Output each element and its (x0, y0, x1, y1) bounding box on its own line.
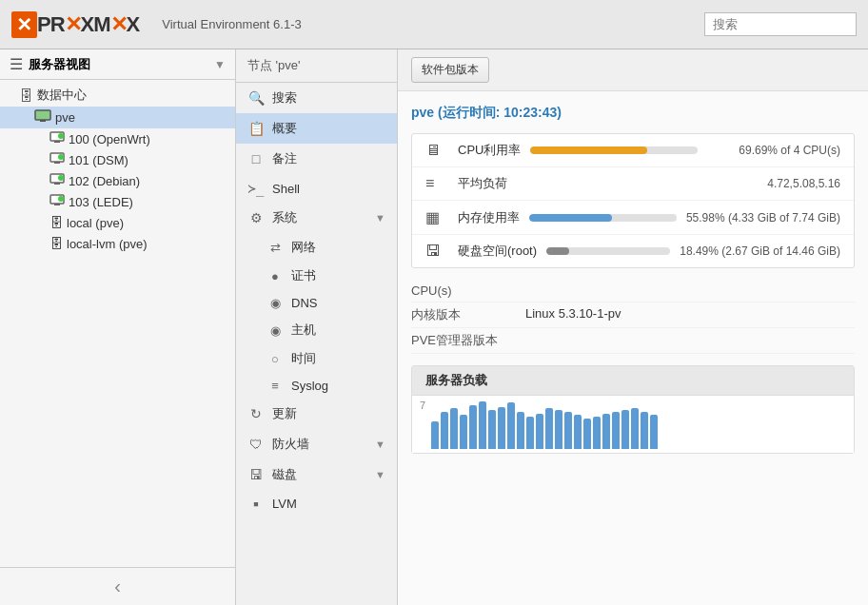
storage-local-label: local (pve) (67, 216, 124, 230)
tree-vm-101[interactable]: 101 (DSM) (0, 149, 235, 170)
nav-shell-label: Shell (272, 182, 300, 196)
load-stat-value: 4.72,5.08,5.16 (707, 177, 840, 190)
svg-point-13 (58, 196, 64, 202)
svg-rect-12 (54, 204, 60, 205)
tree-datacenter[interactable]: 🗄 数据中心 (0, 84, 235, 107)
tree-vm-103[interactable]: 103 (LEDE) (0, 191, 235, 212)
svg-point-4 (58, 133, 64, 139)
datacenter-label: 数据中心 (37, 87, 87, 104)
nav-item-lvm[interactable]: ▪ LVM (236, 490, 397, 517)
server-load-section: 服务器负载 7 (411, 365, 855, 454)
network-icon: ⇄ (266, 241, 284, 255)
tree-storage-local-lvm[interactable]: 🗄 local-lvm (pve) (0, 233, 235, 254)
pve-label: pve (55, 110, 75, 125)
main-layout: ☰ 服务器视图 ▼ 🗄 数据中心 pve (0, 49, 868, 605)
chart-y-label: 7 (420, 400, 425, 411)
nav-item-overview[interactable]: 📋 概要 (236, 113, 397, 144)
nav-overview-label: 概要 (272, 120, 297, 137)
nav-item-notes[interactable]: □ 备注 (236, 144, 397, 174)
nav-item-system[interactable]: ⚙ 系统 ▼ (236, 203, 397, 233)
tree-vm-102[interactable]: 102 (Debian) (0, 170, 235, 191)
svg-rect-6 (54, 162, 60, 164)
nav-cert-label: 证书 (291, 267, 316, 284)
stat-row-load: ≡ 平均负荷 4.72,5.08,5.16 (412, 167, 854, 201)
chart-bar (593, 417, 601, 449)
nav-item-dns[interactable]: ◉ DNS (236, 290, 397, 316)
vm-103-icon (49, 194, 65, 209)
nav-item-network[interactable]: ⇄ 网络 (236, 233, 397, 262)
nav-item-shell[interactable]: ≻_ Shell (236, 174, 397, 203)
svg-point-7 (58, 154, 64, 160)
pve-icon (34, 109, 51, 126)
chart-bar (507, 402, 515, 449)
node-title: pve (运行时间: 10:23:43) (411, 105, 855, 122)
svg-rect-9 (54, 183, 60, 185)
vm-103-label: 103 (LEDE) (69, 195, 133, 209)
search-input[interactable] (704, 12, 857, 36)
svg-rect-3 (54, 141, 60, 143)
content-toolbar: 软件包版本 (398, 49, 868, 91)
stats-section: 🖥 CPU利用率 69.69% of 4 CPU(s) ≡ 平均负荷 4.72,… (411, 133, 855, 268)
server-load-title: 服务器负载 (412, 366, 854, 396)
nav-update-label: 更新 (272, 405, 297, 422)
nav-item-search[interactable]: 🔍 搜索 (236, 83, 397, 113)
load-stat-icon: ≡ (425, 175, 448, 192)
chart-area: 7 (412, 396, 854, 453)
disk-icon: 🖫 (247, 467, 265, 482)
syslog-icon: ≡ (266, 379, 284, 393)
chart-bar (536, 414, 543, 449)
disk-bar (546, 247, 569, 255)
load-stat-label: 平均负荷 (458, 175, 507, 192)
svg-rect-1 (40, 120, 46, 122)
nav-notes-label: 备注 (272, 150, 297, 167)
nav-item-disk[interactable]: 🖫 磁盘 ▼ (236, 459, 397, 490)
middle-panel: 节点 'pve' 🔍 搜索 📋 概要 □ 备注 ≻_ Shell ⚙ 系统 ▼ (236, 49, 398, 605)
info-row-cpu: CPU(s) (411, 280, 855, 302)
nav-time-label: 时间 (291, 350, 316, 367)
chart-bar (564, 412, 572, 449)
sidebar-toggle-button[interactable]: ‹ (0, 567, 235, 605)
nav-item-cert[interactable]: ● 证书 (236, 262, 397, 290)
nav-item-update[interactable]: ↻ 更新 (236, 399, 397, 429)
chart-bar (517, 412, 524, 449)
nav-syslog-label: Syslog (291, 379, 328, 393)
mem-stat-icon: ▦ (425, 208, 448, 226)
time-icon: ○ (266, 352, 284, 366)
collapse-icon: ‹ (114, 576, 121, 597)
chart-bar (574, 415, 582, 449)
tree: 🗄 数据中心 pve (0, 80, 235, 567)
chart-bar (602, 414, 610, 449)
disk-arrow-icon: ▼ (375, 469, 385, 480)
vm-102-label: 102 (Debian) (69, 174, 140, 188)
chart-bar (488, 410, 496, 449)
update-icon: ↻ (247, 406, 265, 421)
tree-vm-100[interactable]: 100 (OpenWrt) (0, 128, 235, 149)
content-body: pve (运行时间: 10:23:43) 🖥 CPU利用率 69.69% of … (398, 91, 868, 467)
chart-bar (650, 415, 658, 449)
software-version-button[interactable]: 软件包版本 (411, 57, 489, 83)
sidebar-header: ☰ 服务器视图 ▼ (0, 49, 235, 80)
nav-item-time[interactable]: ○ 时间 (236, 344, 397, 373)
host-icon: ◉ (266, 323, 284, 338)
chart-bar (631, 408, 639, 449)
logo-proxmox: PR✕XM✕X (37, 12, 139, 37)
search-icon: 🔍 (247, 90, 265, 106)
tree-storage-local[interactable]: 🗄 local (pve) (0, 212, 235, 233)
svg-rect-0 (35, 110, 50, 120)
nav-item-firewall[interactable]: 🛡 防火墙 ▼ (236, 429, 397, 459)
info-kernel-label: 内核版本 (411, 306, 525, 323)
system-arrow-icon: ▼ (375, 212, 385, 224)
chart-bar (545, 408, 553, 449)
system-icon: ⚙ (247, 210, 265, 225)
tree-pve[interactable]: pve (0, 107, 235, 128)
sidebar-view-arrow: ▼ (214, 58, 226, 71)
nav-search-label: 搜索 (272, 89, 297, 107)
vm-101-icon (49, 152, 65, 167)
chart-bar (460, 415, 467, 449)
datacenter-icon: 🗄 (19, 88, 33, 104)
mem-bar (529, 214, 612, 222)
disk-stat-value: 18.49% (2.67 GiB of 14.46 GiB) (680, 244, 840, 258)
nav-item-syslog[interactable]: ≡ Syslog (236, 373, 397, 399)
nav-item-host[interactable]: ◉ 主机 (236, 316, 397, 344)
mem-bar-container (529, 214, 677, 222)
